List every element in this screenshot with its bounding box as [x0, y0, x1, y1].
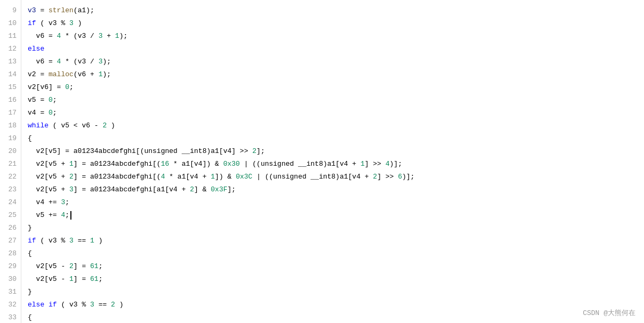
line-number: 16	[0, 94, 21, 107]
code-line: v3 = strlen(a1);	[28, 4, 644, 17]
code-line: v2[v5 - 2] = 61;	[28, 260, 644, 273]
code-token: 3	[69, 183, 74, 196]
line-number: 12	[0, 43, 21, 55]
code-token: )];	[402, 171, 414, 183]
line-number: 9	[0, 4, 21, 17]
line-number: 32	[0, 298, 21, 311]
code-token: ];	[228, 183, 236, 196]
code-token: =	[36, 4, 49, 17]
line-number: 17	[0, 107, 21, 119]
line-number: 15	[0, 81, 21, 94]
code-token: 2	[69, 260, 74, 273]
line-number: 11	[0, 30, 21, 43]
code-token: 4	[61, 209, 65, 222]
code-token: ] >>	[365, 158, 385, 171]
line-number: 18	[0, 119, 21, 132]
code-line: v5 = 0;	[28, 94, 644, 107]
code-token: 0x3F	[211, 183, 227, 196]
code-token: if	[28, 17, 36, 30]
code-token: 1	[99, 68, 103, 81]
code-token: v2 =	[28, 68, 49, 81]
code-token: 61	[90, 273, 99, 286]
code-token: )	[74, 17, 82, 30]
line-number: 13	[0, 55, 21, 68]
code-token: 2	[373, 171, 377, 183]
code-token: v2[v5 -	[28, 273, 69, 286]
code-token: {	[28, 132, 32, 145]
code-token: ;	[65, 196, 69, 209]
code-token: ] =	[74, 260, 90, 273]
code-token: ( v3 %	[36, 235, 69, 247]
code-line: else	[28, 43, 644, 55]
code-token: 2	[102, 119, 107, 132]
code-token: ==	[94, 298, 111, 311]
code-token: | ((unsigned __int8)a1[v4 +	[240, 158, 360, 171]
code-line: v6 = 4 * (v3 / 3 + 1);	[28, 30, 644, 43]
code-line: if ( v3 % 3 == 1 )	[28, 235, 644, 247]
line-number: 30	[0, 273, 21, 286]
code-token: 4	[385, 158, 390, 171]
code-token: ==	[74, 235, 90, 247]
line-number: 19	[0, 132, 21, 145]
code-token: ;	[99, 260, 103, 273]
code-token: malloc	[49, 68, 74, 81]
code-token: 1	[115, 30, 119, 43]
code-token: 3	[69, 17, 74, 30]
code-token: v4 =	[28, 107, 49, 119]
code-token: 4	[57, 55, 61, 68]
code-token: * a1[v4]) &	[169, 158, 223, 171]
code-line: v2 = malloc(v6 + 1);	[28, 68, 644, 81]
code-token: {	[28, 311, 32, 323]
line-number: 20	[0, 145, 21, 158]
code-line: {	[28, 247, 644, 260]
line-number: 28	[0, 247, 21, 260]
line-number: 23	[0, 183, 21, 196]
code-token: ;	[65, 209, 69, 222]
code-token: 1	[211, 171, 215, 183]
code-line: if ( v3 % 3 )	[28, 17, 644, 30]
code-token: (a1);	[74, 4, 94, 17]
code-token: ( v3 %	[36, 17, 69, 30]
code-line: v2[v5 + 3] = a01234abcdefghi[a1[v4 + 2] …	[28, 183, 644, 196]
code-token: 0	[49, 107, 53, 119]
code-token: ]) &	[215, 171, 236, 183]
line-number: 21	[0, 158, 21, 171]
code-line: v2[v5 + 1] = a01234abcdefghi[(16 * a1[v4…	[28, 158, 644, 171]
code-container: 9101112131415161718192021222324252627282…	[0, 0, 644, 323]
code-line: v6 = 4 * (v3 / 3);	[28, 55, 644, 68]
code-token: v5 =	[28, 94, 49, 107]
line-number: 14	[0, 68, 21, 81]
code-line: v4 += 3;	[28, 196, 644, 209]
code-token: )	[115, 298, 124, 311]
code-lines[interactable]: v3 = strlen(a1);if ( v3 % 3 ) v6 = 4 * (…	[21, 0, 644, 323]
code-token: 61	[90, 260, 99, 273]
line-number: 31	[0, 286, 21, 298]
code-token: if	[28, 235, 36, 247]
code-token: 2	[111, 298, 115, 311]
line-number: 27	[0, 235, 21, 247]
code-token: 1	[90, 235, 94, 247]
code-line: while ( v5 < v6 - 2 )	[28, 119, 644, 132]
code-line: }	[28, 286, 644, 298]
code-token: ];	[256, 145, 265, 158]
code-token: }	[28, 286, 32, 298]
code-token: else	[28, 298, 44, 311]
code-line: v2[v5 + 2] = a01234abcdefghi[(4 * a1[v4 …	[28, 171, 644, 183]
code-token: );	[119, 30, 128, 43]
code-token: strlen	[49, 4, 74, 17]
code-token: * (v3 /	[61, 55, 98, 68]
line-number: 33	[0, 311, 21, 323]
code-token: 3	[90, 298, 94, 311]
code-token: {	[28, 247, 32, 260]
code-token: while	[28, 119, 49, 132]
code-token: ] = a01234abcdefghi[(	[74, 171, 161, 183]
code-token: 2	[69, 171, 74, 183]
code-line: v2[v5] = a01234abcdefghi[(unsigned __int…	[28, 145, 644, 158]
code-token: v2[v5 -	[28, 260, 69, 273]
code-line: v2[v6] = 0;	[28, 81, 644, 94]
code-token: 4	[57, 30, 61, 43]
code-token: v6 =	[28, 55, 57, 68]
code-line: v4 = 0;	[28, 107, 644, 119]
code-token: ;	[53, 107, 57, 119]
code-token: )	[94, 235, 103, 247]
